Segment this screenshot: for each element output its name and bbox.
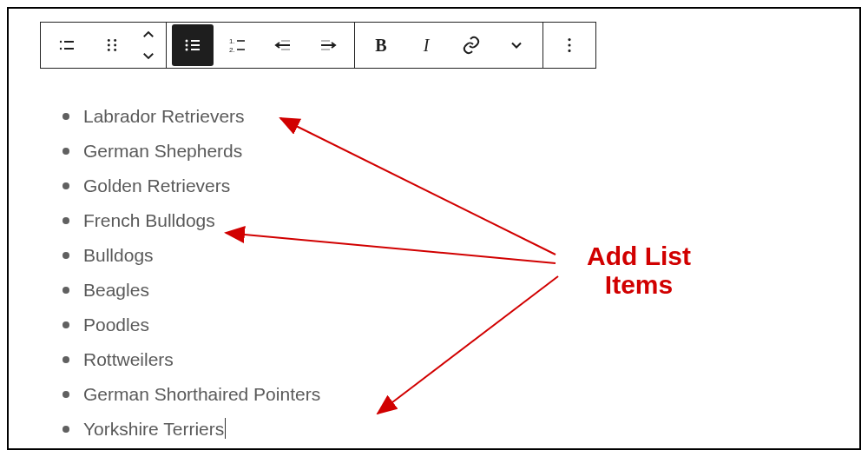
svg-point-27 (568, 43, 570, 46)
block-toolbar: 1. 2. (40, 22, 596, 69)
toolbar-group-block (41, 23, 167, 68)
svg-point-8 (108, 49, 110, 51)
list-item[interactable]: Labrador Retrievers (61, 99, 320, 134)
list-item[interactable]: Golden Retrievers (61, 169, 320, 203)
list-block-icon[interactable] (46, 24, 88, 66)
svg-point-7 (114, 44, 116, 47)
toolbar-group-more (543, 23, 595, 68)
editor-frame: 1. 2. (7, 7, 861, 450)
unordered-list-button[interactable] (172, 24, 214, 66)
link-button[interactable] (450, 24, 492, 66)
bullet-list[interactable]: Labrador Retrievers German Shepherds Gol… (61, 99, 320, 447)
svg-point-10 (186, 40, 188, 43)
list-item[interactable]: German Shorthaired Pointers (61, 377, 320, 412)
list-item[interactable]: Beagles (61, 273, 320, 308)
list-item[interactable]: French Bulldogs (61, 203, 320, 238)
svg-point-0 (60, 41, 62, 43)
svg-point-2 (60, 48, 62, 50)
svg-line-30 (280, 118, 556, 255)
svg-point-26 (568, 38, 570, 41)
italic-button[interactable]: I (405, 24, 447, 66)
svg-point-5 (114, 39, 116, 42)
svg-line-32 (378, 276, 558, 414)
svg-point-28 (568, 50, 570, 52)
toolbar-group-format: B I (355, 23, 543, 68)
annotation-label: Add ListItems (561, 242, 717, 299)
list-item[interactable]: Poodles (61, 308, 320, 342)
bold-button[interactable]: B (360, 24, 402, 66)
svg-point-9 (114, 49, 116, 51)
formatting-dropdown-icon[interactable] (496, 24, 537, 66)
toolbar-group-list: 1. 2. (167, 23, 355, 68)
move-up-button[interactable] (136, 24, 161, 45)
list-item[interactable]: Bulldogs (61, 238, 320, 273)
svg-point-12 (186, 44, 188, 47)
svg-point-14 (186, 49, 188, 51)
list-item[interactable]: German Shepherds (61, 134, 320, 169)
list-item[interactable]: Rottweilers (61, 342, 320, 377)
svg-text:1.: 1. (229, 37, 235, 45)
text-cursor (225, 418, 226, 439)
move-down-button[interactable] (136, 45, 161, 66)
svg-point-6 (108, 44, 110, 47)
indent-button[interactable] (307, 24, 349, 66)
svg-text:2.: 2. (229, 46, 235, 54)
list-item[interactable]: Yorkshire Terriers (61, 412, 320, 447)
more-options-icon[interactable] (549, 24, 590, 66)
ordered-list-button[interactable]: 1. 2. (217, 24, 259, 66)
svg-point-4 (108, 39, 110, 42)
drag-handle-icon[interactable] (91, 24, 133, 66)
outdent-button[interactable] (262, 24, 304, 66)
